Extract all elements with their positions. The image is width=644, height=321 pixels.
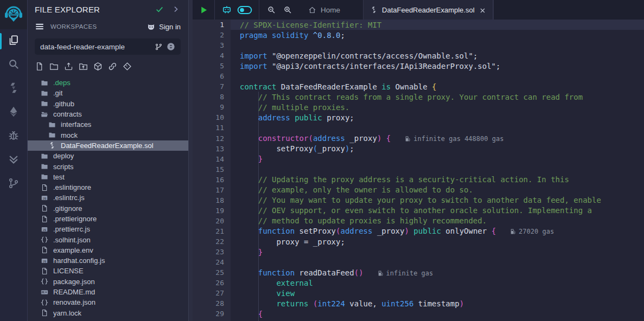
code-line[interactable]: 10 address public proxy;	[193, 112, 644, 123]
panel-scrollbar[interactable]	[188, 0, 193, 321]
tree-item-.eslintignore[interactable]: .eslintignore	[28, 182, 188, 192]
code-text: constructor(address _proxy) {infinite ga…	[240, 134, 503, 143]
code-line[interactable]: 17 // example, only the owner is allowed…	[193, 185, 644, 195]
code-line[interactable]: 11	[193, 123, 644, 133]
tree-item-interfaces[interactable]: interfaces	[28, 119, 188, 130]
tree-item-mock[interactable]: mock	[28, 130, 188, 140]
workspace-dropdown-icon[interactable]	[167, 42, 175, 51]
code-line[interactable]: 30 (value, timestamp) = IApi3ReaderProxy…	[193, 319, 644, 321]
tree-item-.deps[interactable]: .deps	[28, 78, 188, 88]
tree-item-.gitignore[interactable]: .gitignore	[28, 203, 188, 214]
code-line[interactable]: 18 // You may want to update your proxy …	[193, 195, 644, 206]
code-line[interactable]: 14 }	[193, 154, 644, 164]
line-number: 12	[193, 134, 224, 143]
import-ipfs-button[interactable]	[123, 62, 132, 71]
code-line[interactable]: 6	[193, 71, 644, 81]
workspaces-menu-icon[interactable]	[35, 22, 44, 31]
git-branch-icon[interactable]	[155, 43, 163, 51]
code-line[interactable]: 1// SPDX-License-Identifier: MIT	[193, 20, 644, 30]
tree-item-.prettierrc.js[interactable]: JS.prettierrc.js	[28, 224, 188, 234]
code-line[interactable]: 24	[193, 257, 644, 267]
code-line[interactable]: 28 returns (int224 value, uint256 timest…	[193, 298, 644, 309]
import-cube-button[interactable]	[93, 62, 103, 71]
indent-guide	[258, 164, 259, 175]
code-line[interactable]: 23 }	[193, 247, 644, 257]
tree-item-example.env[interactable]: example.env	[28, 245, 188, 255]
code-line[interactable]: 25 function readDataFeed()infinite gas	[193, 267, 644, 278]
tree-item-hardhat.config.js[interactable]: JShardhat.config.js	[28, 255, 188, 266]
zoom-out-button[interactable]	[265, 3, 278, 16]
new-folder-icon	[49, 63, 59, 73]
tab-home[interactable]: Home	[299, 0, 349, 20]
code-line[interactable]: 5import "@api3/contracts/interfaces/IApi…	[193, 61, 644, 71]
ai-robot-icon[interactable]	[221, 4, 232, 15]
tree-item-scripts[interactable]: scripts	[28, 161, 188, 171]
code-line[interactable]: 19 // OEV support, or even switch to ano…	[193, 206, 644, 216]
activity-item-solidity-compiler[interactable]	[0, 77, 27, 101]
line-number: 10	[193, 113, 224, 121]
code-line[interactable]: 29 {	[193, 309, 644, 319]
solidity-file-icon	[48, 142, 56, 149]
tree-item-.eslintrc.js[interactable]: JS.eslintrc.js	[28, 192, 188, 203]
code-line[interactable]: 8 // This contract reads from a single p…	[193, 92, 644, 102]
code-line[interactable]: 22 proxy = _proxy;	[193, 236, 644, 247]
file-icon	[41, 184, 48, 191]
remix-logo[interactable]	[0, 0, 27, 29]
tree-item-.solhint.json[interactable]: .solhint.json	[28, 234, 188, 245]
activity-item-debugger[interactable]	[0, 125, 27, 149]
workspace-selector[interactable]: data-feed-reader-example	[35, 38, 181, 55]
line-number: 18	[193, 196, 224, 204]
tree-item-LICENSE[interactable]: LICENSE	[28, 266, 188, 276]
file-icon	[41, 246, 48, 254]
import-link-button[interactable]	[108, 62, 117, 71]
tree-item-renovate.json[interactable]: renovate.json	[28, 297, 188, 307]
tree-item-README.md[interactable]: README.md	[28, 287, 188, 297]
code-editor[interactable]: 1// SPDX-License-Identifier: MIT2pragma …	[193, 20, 644, 321]
tree-item-yarn.lock[interactable]: yarn.lock	[28, 308, 188, 318]
tab-active-file[interactable]: DataFeedReaderExample.sol	[363, 0, 493, 20]
tree-item-.prettierignore[interactable]: .prettierignore	[28, 214, 188, 224]
activity-item-solidity-unit-testing[interactable]	[0, 149, 27, 172]
sign-in-button[interactable]: Sign in	[146, 22, 181, 31]
activity-item-deploy-run[interactable]	[0, 101, 27, 125]
js-icon: JS	[41, 226, 48, 233]
code-line[interactable]: 4import "@openzeppelin/contracts/access/…	[193, 50, 644, 61]
tree-item-test[interactable]: test	[28, 172, 188, 182]
code-line[interactable]: 26 external	[193, 278, 644, 288]
code-line[interactable]: 3	[193, 40, 644, 50]
tree-item-label: scripts	[53, 163, 74, 171]
upload-folder-button[interactable]	[79, 62, 88, 71]
activity-item-search[interactable]	[0, 53, 27, 77]
code-line[interactable]: 20 // method to update proxies is highly…	[193, 216, 644, 226]
tree-item-label: .prettierignore	[53, 215, 97, 223]
tree-item-label: test	[53, 173, 65, 181]
code-line[interactable]: 13 setProxy(_proxy);	[193, 144, 644, 154]
code-line[interactable]: 27 view	[193, 288, 644, 298]
code-line[interactable]: 2pragma solidity ^0.8.0;	[193, 30, 644, 40]
tree-item-.git[interactable]: .git	[28, 88, 188, 98]
tree-item-contracts[interactable]: contracts	[28, 109, 188, 119]
code-line[interactable]: 16 // Updating the proxy address is a se…	[193, 175, 644, 185]
ai-copilot-toggle[interactable]	[237, 5, 252, 15]
new-file-button[interactable]	[35, 62, 44, 71]
zoom-in-button[interactable]	[281, 3, 294, 16]
tree-item-DataFeedReaderExample.sol[interactable]: DataFeedReaderExample.sol	[28, 140, 188, 151]
tree-item-.github[interactable]: .github	[28, 99, 188, 109]
new-folder-button[interactable]	[49, 62, 59, 71]
run-script-button[interactable]	[193, 0, 214, 20]
tree-item-deploy[interactable]: deploy	[28, 151, 188, 161]
tree-item-package.json[interactable]: package.json	[28, 277, 188, 287]
upload-file-button[interactable]	[64, 62, 73, 71]
tab-close-icon[interactable]	[479, 7, 486, 14]
code-line[interactable]: 21 function setProxy(address _proxy) pub…	[193, 226, 644, 236]
code-line[interactable]: 12 constructor(address _proxy) {infinite…	[193, 133, 644, 144]
activity-item-git[interactable]	[0, 172, 27, 196]
code-line[interactable]: 15	[193, 164, 644, 175]
code-line[interactable]: 9 // multiple proxies.	[193, 102, 644, 112]
chevron-right-icon[interactable]	[172, 5, 180, 13]
check-icon[interactable]	[155, 5, 164, 14]
activity-item-file-explorer[interactable]	[0, 29, 27, 53]
folder-icon	[48, 131, 56, 139]
github-icon	[146, 22, 156, 31]
code-line[interactable]: 7contract DataFeedReaderExample is Ownab…	[193, 81, 644, 92]
